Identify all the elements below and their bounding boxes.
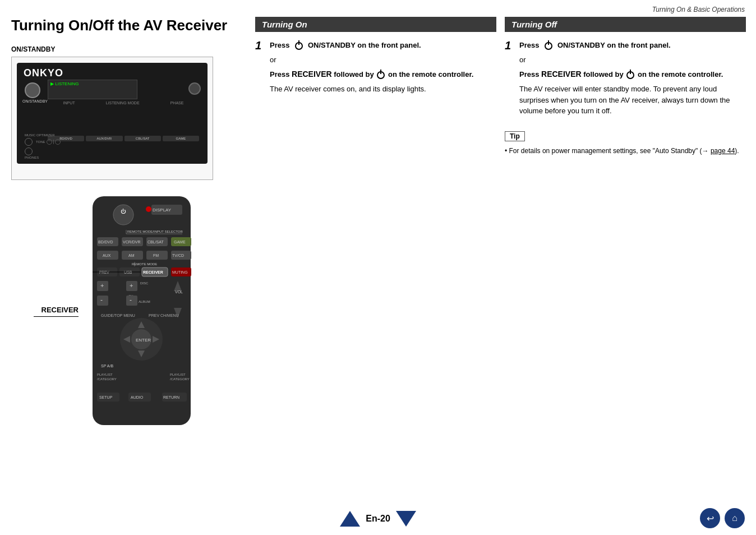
turning-off-section: Turning Off 1 Press ON/STANDBY on the fr… bbox=[505, 17, 746, 156]
tone-knob2 bbox=[55, 139, 61, 145]
svg-text:⏻: ⏻ bbox=[121, 209, 126, 214]
volume-knob bbox=[188, 82, 201, 95]
step-off-content-1: Press ON/STANDBY on the front panel. or … bbox=[519, 40, 746, 120]
svg-text:PLAYLIST: PLAYLIST bbox=[170, 373, 186, 376]
phones-label: PHONES bbox=[25, 156, 61, 159]
turning-on-step: 1 Press ON/STANDBY on the front panel. o… bbox=[255, 40, 496, 98]
tone-label: TONE bbox=[36, 140, 45, 144]
svg-text:BD/DVD: BD/DVD bbox=[98, 240, 113, 244]
input-game: GAME bbox=[163, 136, 199, 141]
svg-text:PREV CH/MENU: PREV CH/MENU bbox=[149, 313, 179, 317]
turning-off-header: Turning Off bbox=[505, 17, 746, 32]
ctrl-label-3: PHASE bbox=[170, 101, 184, 105]
display-text: ▶ LISTENING bbox=[50, 81, 79, 86]
svg-text:+: + bbox=[130, 282, 133, 289]
on-standby-button-diagram bbox=[25, 82, 40, 98]
svg-text:AUDIO: AUDIO bbox=[131, 395, 144, 399]
svg-text:REMOTE MODE/INPUT SELECTOR: REMOTE MODE/INPUT SELECTOR bbox=[127, 230, 183, 233]
on-standby-text: ON/STANDBY bbox=[308, 41, 356, 49]
brand-label: ONKYO bbox=[24, 67, 63, 79]
receiver-arrow-line bbox=[34, 316, 79, 317]
tone-line bbox=[53, 140, 54, 144]
mo-circle-1 bbox=[25, 138, 33, 146]
step-off-result: The AV receiver will enter standby mode.… bbox=[519, 84, 746, 117]
tip-section: Tip • For details on power management se… bbox=[505, 131, 746, 156]
tone-knob bbox=[47, 139, 52, 145]
svg-text:AUX: AUX bbox=[103, 253, 111, 257]
prev-page-button[interactable] bbox=[340, 511, 360, 527]
svg-rect-41 bbox=[97, 296, 108, 306]
on-standby-label: ON/STANDBY bbox=[11, 45, 247, 53]
svg-text:SETUP: SETUP bbox=[99, 395, 113, 399]
page-header: Turning On & Basic Operations bbox=[652, 6, 745, 13]
remote-control-svg: ⏻ DISPLAY REMOTE MODE/INPUT SELECTOR BD/… bbox=[87, 193, 196, 429]
step1-result: The AV receiver comes on, and its displa… bbox=[270, 84, 496, 95]
receiver-label: RECEIVER bbox=[42, 306, 79, 314]
svg-text:VCR/DVR: VCR/DVR bbox=[123, 240, 141, 244]
back-icon[interactable]: ↩ bbox=[700, 508, 720, 528]
svg-point-1 bbox=[113, 205, 133, 225]
ctrl-label-2: LISTENING MODE bbox=[106, 101, 140, 105]
svg-text:+: + bbox=[100, 282, 104, 289]
turning-on-section: Turning On 1 Press ON/STANDBY on the fro… bbox=[255, 17, 496, 104]
main-title: Turning On/Off the AV Receiver bbox=[11, 17, 247, 34]
step-content-1: Press ON/STANDBY on the front panel. or … bbox=[270, 40, 496, 98]
turning-off-step: 1 Press ON/STANDBY on the front panel. o… bbox=[505, 40, 746, 120]
display-area: ▶ LISTENING bbox=[48, 80, 137, 99]
receiver-panel: ONKYO ON/STANDBY ▶ LISTENING INPUT LISTE… bbox=[17, 63, 208, 164]
step1-line2: Press RECEIVER followed by on the remote… bbox=[270, 68, 496, 80]
svg-rect-44 bbox=[126, 296, 137, 306]
svg-text:REMOTE MODE: REMOTE MODE bbox=[132, 262, 157, 266]
svg-text:MUTING: MUTING bbox=[172, 270, 188, 274]
remote-area: RECEIVER ⏻ DISPLAY REMOTE MODE/INPUT SE bbox=[34, 193, 196, 429]
svg-text:RETURN: RETURN bbox=[163, 395, 179, 399]
tip-content: • For details on power management settin… bbox=[505, 146, 746, 156]
svg-text:TV/CD: TV/CD bbox=[172, 253, 184, 257]
svg-text:-: - bbox=[100, 296, 103, 304]
tip-label: Tip bbox=[505, 131, 525, 141]
svg-text:DISC: DISC bbox=[140, 282, 149, 285]
step-number-1: 1 bbox=[255, 40, 265, 98]
page-44-link[interactable]: page 44 bbox=[711, 147, 735, 155]
svg-text:PLAYLIST: PLAYLIST bbox=[97, 373, 113, 376]
svg-text:DISPLAY: DISPLAY bbox=[153, 207, 172, 213]
mo-label: MUSIC OPTIMIZER bbox=[25, 133, 61, 137]
music-optimizer-area: MUSIC OPTIMIZER TONE PHONES bbox=[25, 133, 61, 159]
or-text-1: or bbox=[270, 54, 496, 66]
svg-text:CBL/SAT: CBL/SAT bbox=[147, 240, 164, 244]
svg-text:FM: FM bbox=[153, 253, 159, 257]
step-off-line2: Press RECEIVER followed by on the remote… bbox=[519, 68, 746, 80]
ctrl-label-1: INPUT bbox=[63, 101, 75, 105]
svg-text:VOL: VOL bbox=[175, 290, 183, 294]
svg-text:GUIDE/TOP MENU: GUIDE/TOP MENU bbox=[101, 313, 135, 317]
on-standby-indicator: ON/STANDBY bbox=[22, 99, 48, 103]
svg-text:/CATEGORY: /CATEGORY bbox=[170, 377, 190, 381]
left-column: Turning On/Off the AV Receiver ON/STANDB… bbox=[11, 17, 247, 180]
svg-text:GAME: GAME bbox=[174, 240, 186, 244]
phones-circle bbox=[25, 147, 33, 155]
svg-text:ENTER: ENTER bbox=[136, 338, 151, 343]
svg-text:SP A/B: SP A/B bbox=[101, 364, 113, 368]
next-page-button[interactable] bbox=[396, 511, 416, 527]
receiver-diagram: ONKYO ON/STANDBY ▶ LISTENING INPUT LISTE… bbox=[11, 57, 213, 180]
step1-line1: Press ON/STANDBY on the front panel. bbox=[270, 40, 496, 51]
svg-point-3 bbox=[146, 206, 151, 212]
on-standby-off-text: ON/STANDBY bbox=[557, 41, 605, 49]
bottom-icons: ↩ ⌂ bbox=[700, 508, 745, 528]
svg-text:-: - bbox=[130, 296, 132, 304]
svg-text:/CATEGORY: /CATEGORY bbox=[97, 377, 117, 381]
receiver-keyword: RECEIVER bbox=[292, 70, 332, 79]
svg-text:RECEIVER: RECEIVER bbox=[143, 270, 163, 274]
bottom-nav: En-20 bbox=[0, 511, 756, 527]
step-number-off-1: 1 bbox=[505, 40, 515, 120]
home-icon[interactable]: ⌂ bbox=[725, 508, 745, 528]
header-text: Turning On & Basic Operations bbox=[652, 6, 745, 13]
receiver-off-keyword: RECEIVER bbox=[541, 70, 582, 79]
turning-on-header: Turning On bbox=[255, 17, 496, 32]
page-number: En-20 bbox=[366, 514, 390, 524]
svg-text:ALBUM: ALBUM bbox=[139, 300, 150, 303]
svg-text:AM: AM bbox=[128, 253, 135, 257]
input-aux: AUX/DVR bbox=[86, 136, 122, 141]
step-off-line1: Press ON/STANDBY on the front panel. bbox=[519, 40, 746, 51]
input-cbl: CBL/SAT bbox=[125, 136, 161, 141]
